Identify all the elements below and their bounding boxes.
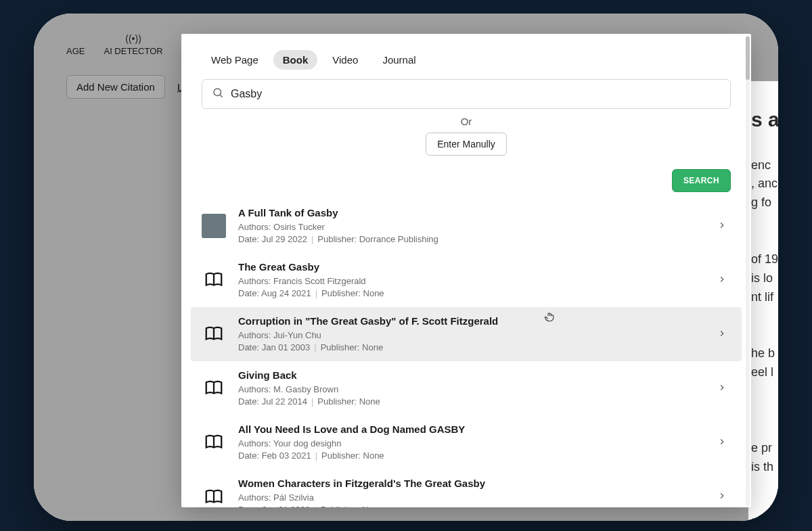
source-type-tabs: Web Page Book Video Journal xyxy=(181,34,751,79)
background-right-title: s a xyxy=(751,81,778,156)
tab-book[interactable]: Book xyxy=(273,50,318,70)
result-row[interactable]: A Full Tank of GasbyAuthors: Osiris Tuck… xyxy=(191,199,742,253)
svg-point-0 xyxy=(214,89,221,96)
chevron-right-icon xyxy=(717,490,727,504)
result-row[interactable]: All You Need Is Love and a Dog Named GAS… xyxy=(191,415,742,469)
result-meta: The Great GasbyAuthors: Francis Scott Fi… xyxy=(238,261,705,299)
or-label: Or xyxy=(181,116,751,127)
scrollbar-track[interactable] xyxy=(746,35,750,506)
result-meta: Corruption in "The Great Gasby" of F. Sc… xyxy=(238,315,705,353)
result-meta: All You Need Is Love and a Dog Named GAS… xyxy=(238,423,705,461)
result-date-publisher: Date: Jul 22 2014|Publisher: None xyxy=(238,396,705,408)
result-date-publisher: Date: Jan 01 2003|Publisher: None xyxy=(238,342,705,354)
chevron-right-icon xyxy=(717,327,727,342)
chevron-right-icon xyxy=(717,219,727,233)
book-icon xyxy=(202,430,226,455)
background-right-body: enc , anc g fo of 19 is lo nt lif he b e… xyxy=(751,158,778,522)
cover-thumb-icon xyxy=(202,214,226,238)
chevron-right-icon xyxy=(717,382,727,396)
results-list: A Full Tank of GasbyAuthors: Osiris Tuck… xyxy=(181,199,751,507)
result-authors: Authors: Francis Scott Fitzgerald xyxy=(238,275,705,287)
book-icon xyxy=(202,376,226,400)
result-authors: Authors: Pál Szilvia xyxy=(238,492,705,504)
result-title: Corruption in "The Great Gasby" of F. Sc… xyxy=(238,315,705,327)
result-row[interactable]: The Great GasbyAuthors: Francis Scott Fi… xyxy=(191,253,742,307)
chevron-right-icon xyxy=(717,436,727,450)
background-text-fragment: s aenc , anc g fo of 19 is lo nt lif he … xyxy=(748,81,778,521)
result-title: Giving Back xyxy=(238,369,705,381)
tab-video[interactable]: Video xyxy=(323,50,367,70)
result-title: All You Need Is Love and a Dog Named GAS… xyxy=(238,423,705,435)
book-icon xyxy=(202,322,226,346)
result-meta: Women Characters in Fitzgerald's The Gre… xyxy=(238,478,705,507)
result-title: A Full Tank of Gasby xyxy=(238,207,705,218)
result-title: The Great Gasby xyxy=(238,261,705,273)
search-input[interactable] xyxy=(231,88,721,100)
svg-line-1 xyxy=(220,95,222,97)
scrollbar-thumb[interactable] xyxy=(746,37,750,80)
result-meta: A Full Tank of GasbyAuthors: Osiris Tuck… xyxy=(238,207,705,245)
result-date-publisher: Date: Feb 03 2021|Publisher: None xyxy=(238,450,705,462)
result-title: Women Characters in Fitzgerald's The Gre… xyxy=(238,478,705,489)
tab-journal[interactable]: Journal xyxy=(373,50,425,70)
device-frame: AGE ((•)) AI DETECTOR ❝❞ CITATIO Add New… xyxy=(34,14,778,521)
result-authors: Authors: M. Gasby Brown xyxy=(238,384,705,396)
search-box[interactable] xyxy=(202,79,731,109)
result-authors: Authors: Your dog desighn xyxy=(238,438,705,450)
result-date-publisher: Date: Jan 01 2008|Publisher: None xyxy=(238,504,705,507)
search-button[interactable]: SEARCH xyxy=(672,169,731,192)
result-date-publisher: Date: Aug 24 2021|Publisher: None xyxy=(238,287,705,300)
result-row[interactable]: Giving BackAuthors: M. Gasby BrownDate: … xyxy=(191,361,742,415)
citation-search-modal: Web Page Book Video Journal Or Enter Man… xyxy=(181,34,751,507)
result-row[interactable]: Women Characters in Fitzgerald's The Gre… xyxy=(191,469,742,507)
result-date-publisher: Date: Jul 29 2022|Publisher: Dorrance Pu… xyxy=(238,233,705,246)
search-icon xyxy=(212,87,224,101)
tab-web-page[interactable]: Web Page xyxy=(202,50,268,70)
book-icon xyxy=(202,485,226,507)
enter-manually-button[interactable]: Enter Manully xyxy=(426,133,507,156)
modal-scroll-area[interactable]: Web Page Book Video Journal Or Enter Man… xyxy=(181,34,751,507)
result-authors: Authors: Jui-Yun Chu xyxy=(238,329,705,342)
chevron-right-icon xyxy=(717,273,727,287)
book-icon xyxy=(202,268,226,292)
result-authors: Authors: Osiris Tucker xyxy=(238,221,705,233)
result-meta: Giving BackAuthors: M. Gasby BrownDate: … xyxy=(238,369,705,407)
result-row[interactable]: Corruption in "The Great Gasby" of F. Sc… xyxy=(191,307,742,361)
